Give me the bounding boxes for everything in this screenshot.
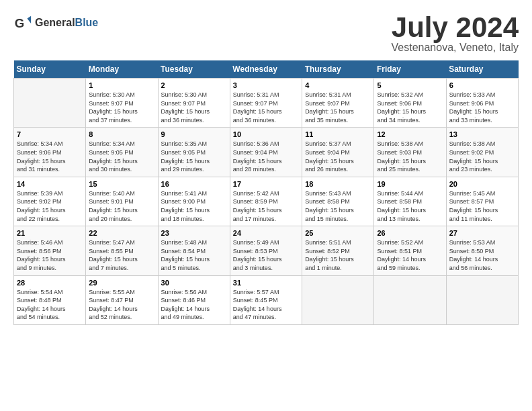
day-info: Sunrise: 5:34 AM Sunset: 9:05 PM Dayligh… xyxy=(89,140,154,173)
calendar-cell: 22Sunrise: 5:47 AM Sunset: 8:55 PM Dayli… xyxy=(86,226,158,275)
day-number: 6 xyxy=(449,81,515,89)
logo-general: GeneralBlue xyxy=(35,17,98,29)
calendar-cell: 17Sunrise: 5:42 AM Sunset: 8:59 PM Dayli… xyxy=(230,177,302,226)
calendar-week-4: 28Sunrise: 5:54 AM Sunset: 8:48 PM Dayli… xyxy=(14,275,519,324)
calendar-cell: 6Sunrise: 5:33 AM Sunset: 9:06 PM Daylig… xyxy=(446,79,518,128)
day-info: Sunrise: 5:40 AM Sunset: 9:01 PM Dayligh… xyxy=(89,189,154,223)
day-info: Sunrise: 5:37 AM Sunset: 9:04 PM Dayligh… xyxy=(305,140,371,173)
calendar-cell: 7Sunrise: 5:34 AM Sunset: 9:06 PM Daylig… xyxy=(14,128,86,177)
day-number: 16 xyxy=(161,180,227,188)
calendar-cell: 20Sunrise: 5:45 AM Sunset: 8:57 PM Dayli… xyxy=(446,177,518,226)
day-number: 20 xyxy=(449,180,515,188)
day-number: 1 xyxy=(89,81,154,89)
day-info: Sunrise: 5:35 AM Sunset: 9:05 PM Dayligh… xyxy=(161,140,227,173)
calendar-cell xyxy=(374,275,446,324)
day-info: Sunrise: 5:48 AM Sunset: 8:54 PM Dayligh… xyxy=(161,238,227,272)
calendar-header: Sunday Monday Tuesday Wednesday Thursday… xyxy=(14,60,519,79)
calendar-cell: 13Sunrise: 5:38 AM Sunset: 9:02 PM Dayli… xyxy=(446,128,518,177)
calendar-cell: 16Sunrise: 5:41 AM Sunset: 9:00 PM Dayli… xyxy=(158,177,230,226)
day-number: 23 xyxy=(161,229,227,237)
day-info: Sunrise: 5:53 AM Sunset: 8:50 PM Dayligh… xyxy=(449,238,515,272)
calendar-cell: 23Sunrise: 5:48 AM Sunset: 8:54 PM Dayli… xyxy=(158,226,230,275)
day-number: 17 xyxy=(233,180,299,188)
day-info: Sunrise: 5:30 AM Sunset: 9:07 PM Dayligh… xyxy=(161,91,227,124)
calendar-cell: 14Sunrise: 5:39 AM Sunset: 9:02 PM Dayli… xyxy=(14,177,86,226)
calendar-cell: 5Sunrise: 5:32 AM Sunset: 9:06 PM Daylig… xyxy=(374,79,446,128)
day-info: Sunrise: 5:55 AM Sunset: 8:47 PM Dayligh… xyxy=(89,288,154,322)
calendar-cell: 1Sunrise: 5:30 AM Sunset: 9:07 PM Daylig… xyxy=(86,79,158,128)
day-info: Sunrise: 5:49 AM Sunset: 8:53 PM Dayligh… xyxy=(233,238,299,272)
day-info: Sunrise: 5:33 AM Sunset: 9:06 PM Dayligh… xyxy=(449,91,515,124)
header-friday: Friday xyxy=(374,60,446,79)
day-number: 10 xyxy=(233,130,299,138)
header-wednesday: Wednesday xyxy=(230,60,302,79)
day-number: 27 xyxy=(449,229,515,237)
header-thursday: Thursday xyxy=(302,60,374,79)
day-number: 12 xyxy=(377,130,443,138)
header-sunday: Sunday xyxy=(14,60,86,79)
calendar-table: Sunday Monday Tuesday Wednesday Thursday… xyxy=(13,60,519,325)
calendar-cell: 24Sunrise: 5:49 AM Sunset: 8:53 PM Dayli… xyxy=(230,226,302,275)
day-info: Sunrise: 5:51 AM Sunset: 8:52 PM Dayligh… xyxy=(305,238,371,272)
day-info: Sunrise: 5:31 AM Sunset: 9:07 PM Dayligh… xyxy=(233,91,299,124)
day-info: Sunrise: 5:47 AM Sunset: 8:55 PM Dayligh… xyxy=(89,238,154,272)
title-section: July 2024 Vestenanova, Veneto, Italy xyxy=(392,13,519,54)
page-header: G GeneralBlue July 2024 Vestenanova, Ven… xyxy=(13,13,519,54)
calendar-week-1: 7Sunrise: 5:34 AM Sunset: 9:06 PM Daylig… xyxy=(14,128,519,177)
day-number: 11 xyxy=(305,130,371,138)
day-info: Sunrise: 5:44 AM Sunset: 8:58 PM Dayligh… xyxy=(377,189,443,223)
calendar-body: 1Sunrise: 5:30 AM Sunset: 9:07 PM Daylig… xyxy=(14,79,519,325)
day-number: 7 xyxy=(17,130,83,138)
day-info: Sunrise: 5:38 AM Sunset: 9:03 PM Dayligh… xyxy=(377,140,443,173)
day-number: 15 xyxy=(89,180,154,188)
day-info: Sunrise: 5:45 AM Sunset: 8:57 PM Dayligh… xyxy=(449,189,515,223)
day-number: 31 xyxy=(233,279,299,287)
day-info: Sunrise: 5:46 AM Sunset: 8:56 PM Dayligh… xyxy=(17,238,83,272)
day-number: 22 xyxy=(89,229,154,237)
calendar-cell: 15Sunrise: 5:40 AM Sunset: 9:01 PM Dayli… xyxy=(86,177,158,226)
header-monday: Monday xyxy=(86,60,158,79)
calendar-cell: 25Sunrise: 5:51 AM Sunset: 8:52 PM Dayli… xyxy=(302,226,374,275)
day-info: Sunrise: 5:32 AM Sunset: 9:06 PM Dayligh… xyxy=(377,91,443,124)
calendar-cell xyxy=(302,275,374,324)
day-info: Sunrise: 5:57 AM Sunset: 8:45 PM Dayligh… xyxy=(233,288,299,322)
calendar-cell: 26Sunrise: 5:52 AM Sunset: 8:51 PM Dayli… xyxy=(374,226,446,275)
day-number: 4 xyxy=(305,81,371,89)
day-number: 13 xyxy=(449,130,515,138)
calendar-cell: 18Sunrise: 5:43 AM Sunset: 8:58 PM Dayli… xyxy=(302,177,374,226)
day-info: Sunrise: 5:54 AM Sunset: 8:48 PM Dayligh… xyxy=(17,288,83,322)
day-number: 9 xyxy=(161,130,227,138)
day-info: Sunrise: 5:41 AM Sunset: 9:00 PM Dayligh… xyxy=(161,189,227,223)
calendar-cell: 2Sunrise: 5:30 AM Sunset: 9:07 PM Daylig… xyxy=(158,79,230,128)
calendar-cell: 9Sunrise: 5:35 AM Sunset: 9:05 PM Daylig… xyxy=(158,128,230,177)
calendar-cell xyxy=(446,275,518,324)
calendar-cell xyxy=(14,79,86,128)
day-info: Sunrise: 5:30 AM Sunset: 9:07 PM Dayligh… xyxy=(89,91,154,124)
calendar-week-0: 1Sunrise: 5:30 AM Sunset: 9:07 PM Daylig… xyxy=(14,79,519,128)
day-number: 26 xyxy=(377,229,443,237)
header-tuesday: Tuesday xyxy=(158,60,230,79)
calendar-cell: 29Sunrise: 5:55 AM Sunset: 8:47 PM Dayli… xyxy=(86,275,158,324)
calendar-week-2: 14Sunrise: 5:39 AM Sunset: 9:02 PM Dayli… xyxy=(14,177,519,226)
logo-icon: G xyxy=(13,13,32,32)
day-number: 18 xyxy=(305,180,371,188)
calendar-cell: 11Sunrise: 5:37 AM Sunset: 9:04 PM Dayli… xyxy=(302,128,374,177)
calendar-cell: 10Sunrise: 5:36 AM Sunset: 9:04 PM Dayli… xyxy=(230,128,302,177)
day-number: 29 xyxy=(89,279,154,287)
day-number: 30 xyxy=(161,279,227,287)
day-number: 24 xyxy=(233,229,299,237)
day-number: 5 xyxy=(377,81,443,89)
day-number: 14 xyxy=(17,180,83,188)
header-saturday: Saturday xyxy=(446,60,518,79)
location-subtitle: Vestenanova, Veneto, Italy xyxy=(392,42,519,54)
calendar-cell: 30Sunrise: 5:56 AM Sunset: 8:46 PM Dayli… xyxy=(158,275,230,324)
day-info: Sunrise: 5:43 AM Sunset: 8:58 PM Dayligh… xyxy=(305,189,371,223)
day-info: Sunrise: 5:39 AM Sunset: 9:02 PM Dayligh… xyxy=(17,189,83,223)
day-number: 28 xyxy=(17,279,83,287)
calendar-cell: 3Sunrise: 5:31 AM Sunset: 9:07 PM Daylig… xyxy=(230,79,302,128)
calendar-week-3: 21Sunrise: 5:46 AM Sunset: 8:56 PM Dayli… xyxy=(14,226,519,275)
calendar-cell: 27Sunrise: 5:53 AM Sunset: 8:50 PM Dayli… xyxy=(446,226,518,275)
day-number: 25 xyxy=(305,229,371,237)
calendar-cell: 28Sunrise: 5:54 AM Sunset: 8:48 PM Dayli… xyxy=(14,275,86,324)
calendar-cell: 8Sunrise: 5:34 AM Sunset: 9:05 PM Daylig… xyxy=(86,128,158,177)
